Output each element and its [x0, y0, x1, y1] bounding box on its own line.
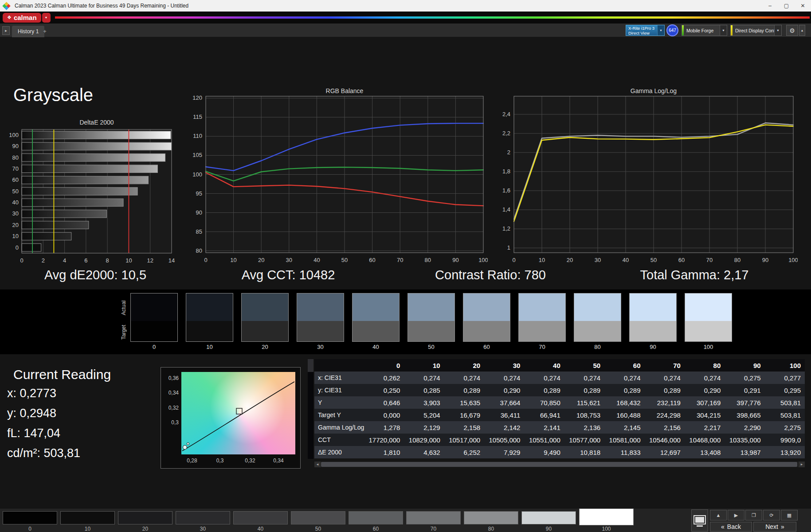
scrollbar-thumb[interactable] — [321, 462, 797, 467]
back-button[interactable]: « Back — [710, 522, 752, 532]
cie-y-tick: 0,32 — [161, 405, 179, 411]
patch-level-button[interactable] — [521, 511, 576, 524]
minimize-button[interactable]: – — [762, 0, 778, 12]
calman-menu-caret[interactable]: ▼ — [42, 13, 51, 23]
grayscale-swatch: 90 — [629, 293, 677, 350]
play-button[interactable]: ▶ — [728, 510, 744, 520]
swatch-target — [685, 321, 732, 341]
patch-level-button[interactable] — [118, 511, 172, 524]
axis-tick-label: 60 — [678, 257, 685, 263]
axis-tick-label: 12 — [147, 257, 153, 264]
axis-tick-label: 2 — [507, 149, 510, 156]
table-cell: 0,275 — [725, 372, 764, 384]
table-cell: 16,679 — [444, 409, 484, 421]
patch-level-button[interactable] — [291, 511, 345, 524]
page-title: Grayscale — [13, 85, 93, 105]
patch-level-button[interactable] — [233, 511, 288, 524]
swatch-actual — [242, 293, 288, 321]
patch-level-button[interactable] — [349, 511, 403, 524]
collapse-toolbar-button[interactable]: ▲ — [799, 25, 805, 36]
patch-level-button[interactable] — [464, 511, 518, 524]
source-select[interactable]: Mobile Forge ▼ — [682, 25, 727, 36]
table-cell: 0,274 — [604, 372, 644, 384]
table-cell: 0,295 — [765, 384, 805, 396]
table-cell: 10829,000 — [404, 434, 444, 446]
patch-level-button[interactable] — [406, 511, 461, 524]
maximize-button[interactable]: ▢ — [778, 0, 795, 12]
swatch-box — [352, 293, 400, 342]
daylight-locus-curve — [182, 382, 294, 451]
patch-level-button[interactable] — [3, 511, 57, 524]
swatch-box — [130, 293, 178, 342]
patch-list: 0102030405060708090100 — [0, 509, 811, 532]
double-chevron-left-icon: « — [721, 523, 725, 530]
deltae-bar — [22, 221, 89, 229]
refresh-button[interactable]: ⟳ — [763, 510, 780, 520]
swatch-box — [297, 293, 344, 342]
table-cell: 224,298 — [645, 409, 685, 421]
table-cell: 160,488 — [604, 409, 644, 421]
swatch-label: 60 — [463, 344, 510, 350]
axis-tick-label: 90 — [196, 209, 202, 216]
deltae-bar — [22, 176, 149, 184]
meter-select[interactable]: X-Rite i1Pro 3 Direct View ▼ — [626, 25, 665, 36]
table-scrollbar[interactable]: ◂ ▸ — [314, 462, 805, 467]
table-cell: 0,274 — [685, 372, 725, 384]
meter-name: X-Rite i1Pro 3 — [628, 26, 657, 31]
calman-logo-button[interactable]: ❖ calman — [3, 13, 41, 23]
column-header: 10 — [404, 359, 444, 372]
table-cell: 2,156 — [645, 421, 685, 434]
close-button[interactable]: ✕ — [795, 0, 811, 12]
scroll-left-button[interactable]: ◂ — [314, 462, 321, 467]
axis-tick-label: 85 — [196, 228, 202, 235]
tab-history-1[interactable]: History 1 — [12, 26, 44, 37]
axis-tick-label: 20 — [567, 257, 573, 263]
table-cell: 398,665 — [725, 409, 764, 421]
tab-bar: ▸ History 1 + X-Rite i1Pro 3 Direct View… — [0, 23, 811, 37]
table-cell: 66,941 — [524, 409, 564, 421]
row-label: ΔE 2000 — [314, 446, 364, 458]
table-gutter-corner — [308, 359, 313, 372]
table-gutter — [308, 359, 313, 459]
swatch-label: 40 — [352, 344, 400, 350]
swatch-box — [518, 293, 566, 342]
settings-button[interactable]: ⚙ — [786, 25, 798, 36]
axis-tick-label: 1 — [507, 244, 510, 251]
swatch-target — [463, 321, 510, 341]
pattern-button[interactable]: ❐ — [745, 510, 762, 520]
axis-tick-label: 50 — [12, 188, 19, 195]
up-button[interactable]: ▲ — [710, 510, 727, 520]
table-cell: 10546,000 — [645, 434, 685, 446]
axis-tick-label: 0 — [20, 257, 23, 264]
table-cell: 2,129 — [404, 421, 444, 434]
next-button[interactable]: Next » — [753, 522, 796, 532]
pattern-window-button[interactable] — [691, 509, 708, 532]
add-tab-button[interactable]: + — [41, 27, 49, 35]
patch-level-button[interactable] — [60, 511, 115, 524]
history-panel-toggle[interactable]: ▸ — [2, 26, 10, 35]
display-control-select[interactable]: Direct Display Control ▼ — [730, 25, 782, 36]
grid-button[interactable]: ▦ — [781, 510, 798, 520]
cie-y-tick: 0,36 — [161, 375, 179, 381]
table-row: Y0,6463,90315,63537,66470,850115,621168,… — [314, 396, 805, 409]
axis-tick-label: 115 — [193, 113, 202, 120]
table-cell: 9,490 — [524, 446, 564, 458]
grayscale-swatch: 100 — [685, 293, 732, 350]
axis-tick-label: 10 — [539, 257, 545, 263]
axis-tick-label: 110 — [193, 133, 202, 139]
scroll-right-button[interactable]: ▸ — [799, 462, 805, 467]
patch-level-button[interactable] — [579, 509, 634, 525]
table-cell: 10551,000 — [524, 434, 564, 446]
grayscale-swatch-strip: Actual Target 0102030405060708090100 — [0, 289, 811, 354]
axis-tick-label: 0 — [512, 257, 515, 263]
patch-level-button[interactable] — [176, 511, 230, 524]
axis-tick-label: 20 — [258, 257, 264, 263]
avg-cct-stat: Avg CCT: 10482 — [242, 268, 335, 282]
deltae-bar — [22, 142, 172, 150]
rgb-balance-chart: 0102030405060708090100120115110105100959… — [188, 94, 488, 266]
table-cell: 0,285 — [404, 384, 444, 396]
patch-level-label: 40 — [233, 526, 288, 532]
patch-level-label: 80 — [464, 526, 518, 532]
axis-tick-label: 30 — [12, 210, 19, 217]
source-label: Mobile Forge — [684, 25, 720, 35]
